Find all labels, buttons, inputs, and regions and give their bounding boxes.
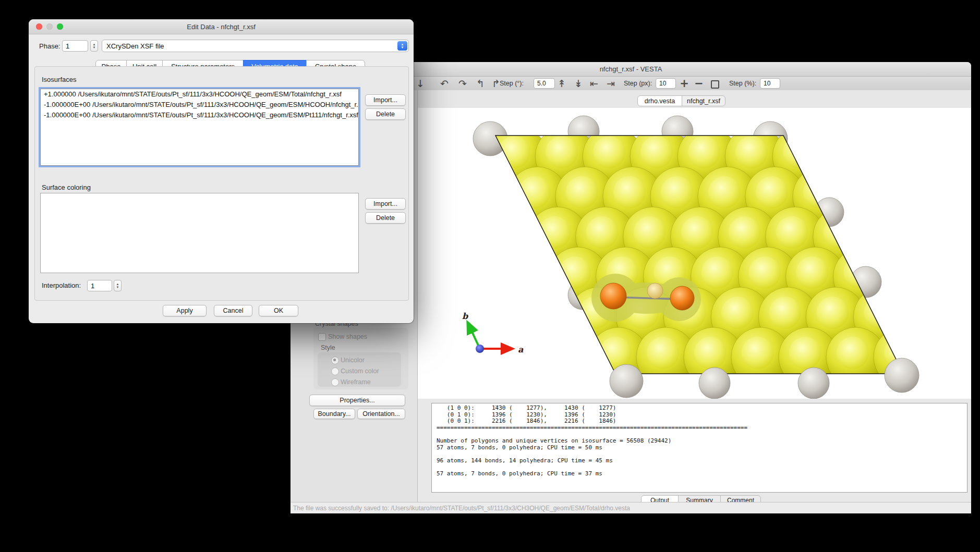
- format-dropdown[interactable]: XCrySDen XSF file ▲▼: [102, 40, 409, 52]
- fit-view-icon[interactable]: [711, 80, 719, 89]
- phase-field[interactable]: 1: [62, 40, 88, 52]
- interpolation-stepper[interactable]: ▲ ▼: [114, 280, 122, 291]
- isosurface-row[interactable]: -1.000000E+00 /Users/ikutaro/mnt/STATE/o…: [41, 100, 358, 110]
- step-pct-label: Step (%):: [729, 77, 756, 90]
- axis-a-label: a: [518, 345, 524, 354]
- crystal-shapes-group: Show shapes Style Unicolor Custom color …: [313, 328, 408, 389]
- translate-down-icon[interactable]: ↓: [414, 77, 427, 90]
- isosurfaces-list[interactable]: +1.000000 /Users/ikutaro/mnt/STATE/outs/…: [40, 89, 359, 166]
- step-px-field[interactable]: 10: [656, 78, 676, 89]
- surface-coloring-import-button[interactable]: Import...: [365, 198, 406, 210]
- structure-viewport[interactable]: b a: [418, 108, 971, 399]
- axis-origin: [476, 345, 484, 353]
- minimize-window-button[interactable]: [46, 23, 53, 30]
- zoom-in-icon[interactable]: +: [677, 77, 691, 90]
- custom-color-radio[interactable]: [331, 367, 339, 375]
- cancel-button[interactable]: Cancel: [214, 305, 252, 316]
- isosurfaces-delete-button[interactable]: Delete: [365, 108, 406, 120]
- unicolor-label: Unicolor: [341, 357, 365, 364]
- style-group: Unicolor Custom color Wireframe: [318, 352, 401, 387]
- show-shapes-checkbox[interactable]: [318, 333, 326, 341]
- wireframe-radio[interactable]: [331, 378, 339, 386]
- dialog-titlebar[interactable]: Edit Data - nfchgt_r.xsf: [29, 19, 414, 34]
- isosurface-atoms: [488, 127, 933, 387]
- redo-icon[interactable]: ↷: [456, 77, 469, 90]
- style-label: Style: [321, 344, 335, 351]
- rotate-left-icon[interactable]: ↰: [474, 77, 487, 90]
- isosurface-row[interactable]: +1.000000 /Users/ikutaro/mnt/STATE/outs/…: [41, 89, 358, 100]
- isosurfaces-label: Isosurfaces: [42, 76, 76, 83]
- move-right-icon[interactable]: ⇥: [604, 77, 618, 90]
- phase-label: Phase:: [39, 42, 60, 50]
- ok-button[interactable]: OK: [259, 305, 298, 316]
- custom-color-label: Custom color: [341, 367, 379, 375]
- move-down-icon[interactable]: ↡: [572, 77, 585, 90]
- surface-coloring-delete-button[interactable]: Delete: [365, 212, 406, 224]
- step-deg-field[interactable]: 5.0: [534, 78, 555, 89]
- properties-button[interactable]: Properties...: [309, 395, 405, 406]
- dropdown-arrows-icon: ▲▼: [397, 41, 407, 51]
- format-value: XCrySDen XSF file: [106, 42, 164, 50]
- show-shapes-label: Show shapes: [328, 333, 367, 340]
- wireframe-label: Wireframe: [341, 378, 371, 386]
- interpolation-field[interactable]: 1: [87, 280, 112, 291]
- tab-nfchgt-r-xsf[interactable]: nfchgt_r.xsf: [682, 95, 725, 106]
- close-window-button[interactable]: [36, 23, 42, 30]
- desktop: nfchgt_r.xsf - VESTA ↓ ↶ ↷ ↰ ↱ Step (°):…: [0, 0, 980, 552]
- axis-b-label: b: [462, 311, 469, 321]
- apply-button[interactable]: Apply: [163, 305, 207, 316]
- document-tabstrip: drho.vesta nfchgt_r.xsf: [418, 90, 971, 108]
- output-console[interactable]: (1 0 0): 1̅430 ( 1̅277), 1430 ( 1̅277) (…: [431, 403, 967, 493]
- orientation-button[interactable]: Orientation...: [357, 409, 405, 419]
- step-px-label: Step (px):: [624, 77, 652, 90]
- interpolation-label: Interpolation:: [42, 281, 81, 289]
- unicolor-radio[interactable]: [331, 357, 339, 364]
- stepper-down-icon: ▼: [116, 286, 119, 289]
- move-up-icon[interactable]: ↟: [555, 77, 568, 90]
- undo-icon[interactable]: ↶: [438, 77, 451, 90]
- surface-coloring-label: Surface coloring: [42, 183, 91, 191]
- tab-drho-vesta[interactable]: drho.vesta: [637, 95, 682, 106]
- dialog-title: Edit Data - nfchgt_r.xsf: [187, 23, 256, 31]
- crystal-structure-scene: b a: [418, 108, 971, 399]
- step-pct-field[interactable]: 10: [760, 78, 780, 89]
- move-left-icon[interactable]: ⇤: [587, 77, 601, 90]
- output-text: (1 0 0): 1̅430 ( 1̅277), 1430 ( 1̅277) (…: [432, 403, 967, 479]
- phase-stepper[interactable]: ▲ ▼: [90, 40, 98, 52]
- zoom-window-button[interactable]: [57, 23, 63, 30]
- zoom-out-icon[interactable]: −: [692, 77, 706, 90]
- boundary-button[interactable]: Boundary...: [313, 409, 355, 419]
- step-deg-label: Step (°):: [500, 77, 524, 90]
- status-text: The file was successfully saved to: /Use…: [293, 505, 630, 512]
- isosurfaces-import-button[interactable]: Import...: [365, 94, 406, 106]
- isosurface-row[interactable]: -1.000000E+00 /Users/ikutaro/mnt/STATE/o…: [41, 110, 358, 120]
- stepper-down-icon: ▼: [93, 46, 96, 49]
- vesta-window-title: nfchgt_r.xsf - VESTA: [600, 65, 662, 73]
- surface-coloring-list[interactable]: [40, 193, 359, 273]
- edit-data-dialog: Edit Data - nfchgt_r.xsf Phase: 1 ▲ ▼ XC…: [29, 19, 414, 323]
- axes-indicator: b a: [462, 311, 524, 354]
- status-bar: The file was successfully saved to: /Use…: [291, 502, 971, 513]
